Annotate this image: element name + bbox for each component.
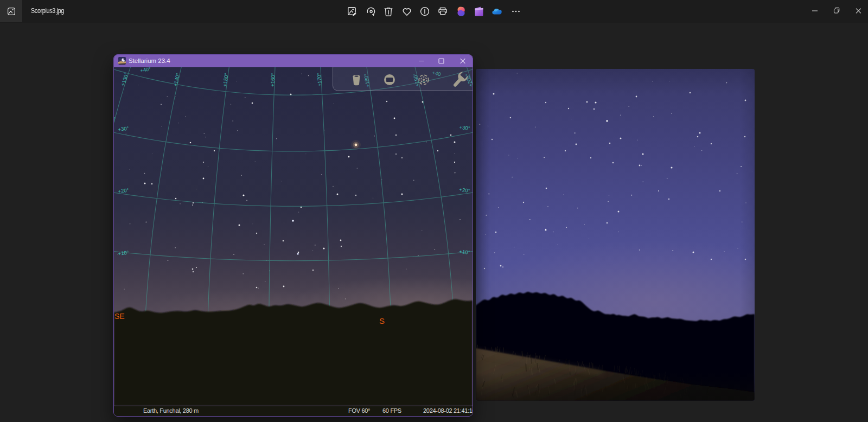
svg-text:SE: SE	[114, 312, 125, 321]
svg-text:+160°: +160°	[270, 73, 276, 87]
svg-text:S: S	[379, 316, 385, 325]
svg-text:+170°: +170°	[316, 73, 322, 87]
